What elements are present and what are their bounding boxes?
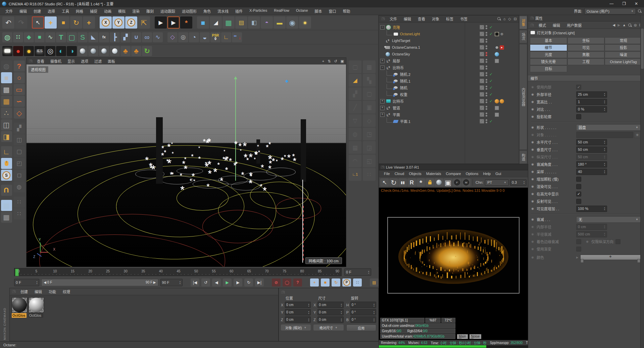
expand-icon[interactable]: + [380,106,385,110]
material-ball[interactable] [435,178,443,186]
camred-tag-icon[interactable]: ▸ [500,45,504,50]
psr-reset[interactable]: PSR0 [210,32,220,42]
mospline[interactable]: S [78,32,88,42]
visibility-dots[interactable] [486,106,487,110]
material-thumbnail[interactable] [12,297,27,313]
expand-arrow-icon[interactable]: ▶ [576,256,578,259]
octane-scatter[interactable]: ♣ [120,46,131,56]
object-link-field[interactable] [576,132,633,138]
object-name[interactable]: 比特币 [393,98,404,104]
object-name[interactable]: 管道 [393,105,400,111]
menu-item-面板[interactable]: 面板 [105,58,118,64]
tab-坐标[interactable]: 坐标 [567,37,605,44]
menu-item-用户数据[interactable]: 用户数据 [563,23,585,28]
falloff-cone[interactable]: ◣ [88,32,98,42]
history-back-icon[interactable]: ◀ [613,23,615,27]
region-render[interactable]: ▣ [444,178,452,186]
enabled-check-icon[interactable]: ✓ [489,92,493,97]
key-scale[interactable]: ■ [321,278,330,287]
menu-item-流水线[interactable]: 流水线 [214,8,232,14]
random-ring[interactable]: ◎ [178,32,188,42]
object-row[interactable]: 平面.1✓ [379,118,519,125]
layer-toggle[interactable] [480,32,484,36]
panel-grip-icon[interactable] [281,291,285,294]
lighttag-tag-icon[interactable] [495,32,499,36]
side-tab-场次[interactable]: 场次 [519,30,527,43]
menu-item-摄像机[interactable]: 摄像机 [47,58,64,64]
octane-specular-material[interactable] [99,46,109,56]
view-cube[interactable]: ▢ [349,60,361,73]
light-object[interactable]: ● [299,16,311,29]
prev-frame[interactable]: ◀ [212,278,221,287]
move-tool[interactable]: + [45,16,57,29]
collapse-icon[interactable]: - [380,66,385,70]
tab-噪波[interactable]: 噪波 [605,51,642,58]
chart-tool[interactable]: ▞ [349,87,361,100]
textag-tag-icon[interactable] [495,106,499,110]
octane-mix-material[interactable] [110,46,120,56]
menu-item-选择[interactable]: 选择 [44,8,58,14]
mograph-matrix[interactable]: ∷ [13,32,23,42]
keyframe-dot-icon[interactable]: ◉ [531,126,537,129]
spinner-icon[interactable]: ▲▼ [604,147,605,151]
axis-mode[interactable]: ∟ [1,146,12,157]
layer-toggle[interactable] [480,92,484,97]
menu-item-雕刻[interactable]: 雕刻 [143,8,157,14]
keyframe-dot-icon[interactable]: ◉ [531,133,537,136]
rotate-tool[interactable]: ↻ [70,16,82,29]
layer-toggle[interactable] [480,99,484,103]
spinner-icon[interactable]: ▲▼ [308,318,309,322]
object-name[interactable]: 局部 [393,58,400,63]
spinner-icon[interactable]: ▲▼ [604,92,605,96]
keyframe-dot-icon[interactable]: ◉ [531,192,537,195]
enabled-check-icon[interactable]: ✓ [489,99,493,103]
spinner-icon[interactable]: ▲▼ [604,225,605,229]
keyframe-dot-icon[interactable]: ◉ [531,140,537,144]
enabled-check-icon[interactable]: ✓ [489,79,493,83]
tab-工程[interactable]: 工程 [567,58,605,65]
octane-live-update[interactable]: ↻ [142,46,152,56]
param-checkbox[interactable] [576,247,581,252]
spinner-icon[interactable]: ▲▼ [604,155,605,159]
mograph-spline-chain[interactable]: ∿ [45,32,55,42]
spinner-icon[interactable]: ▲▼ [604,162,605,166]
coord-field[interactable]: 0 cm▲▼ [317,309,343,315]
layer-toggle[interactable] [480,112,484,117]
rotate-view-icon[interactable]: ↺ [334,59,337,63]
history-forward-icon[interactable]: ▶ [617,23,620,27]
menu-item-File[interactable]: File [382,172,392,176]
menu-item-运动跟踪[interactable]: 运动跟踪 [157,8,179,14]
record-keyframe[interactable]: ⊘ [272,278,281,287]
spinner-icon[interactable]: ▲▼ [341,318,342,322]
keyframe-dot-icon[interactable]: ◉ [531,177,537,181]
menu-item-模拟[interactable]: 模拟 [115,8,129,14]
lock-icon[interactable]: ◎ [634,23,637,27]
xpresso-cup[interactable]: ∪ [131,32,141,42]
torus-rings[interactable]: ∞ [142,32,152,42]
key-pla[interactable]: ∷ [353,278,362,287]
knife-tool[interactable]: ╱ [349,101,361,114]
layer-toggle[interactable] [480,38,484,43]
menu-item-编辑[interactable]: 编辑 [31,289,45,294]
lock-y-axis[interactable]: Y [112,16,125,29]
timeline-window[interactable]: ▤ [370,278,379,287]
last-tool-move[interactable]: + [83,16,95,29]
menu-item-渲染[interactable]: 渲染 [129,8,143,14]
polygon-selection[interactable]: ◇ [14,107,25,119]
object-row[interactable]: +L0局部 [379,57,519,64]
visibility-dots[interactable] [486,52,487,56]
mograph-instance[interactable]: ■ [35,32,45,42]
material-item[interactable]: OctGlos [29,297,44,318]
visibility-dots[interactable] [486,86,487,90]
channel-select[interactable]: PT ▼ [485,179,509,186]
viewport-canvas[interactable]: ****************************************… [27,64,346,267]
cube-wire[interactable]: ◇ [363,114,376,127]
param-value-field[interactable]: 50 cm▲▼ [576,146,607,153]
keyframe-dot-icon[interactable]: ◉ [531,225,537,228]
points-mode[interactable]: ∴ [1,107,12,119]
keyframe-dot-icon[interactable]: ◉ [531,185,537,188]
tab-常规[interactable]: 常规 [605,37,642,44]
modeling-tool-3[interactable]: ▢ [14,146,25,157]
drop-to-floor[interactable] [232,32,242,42]
keyframe-dot-icon[interactable]: ◉ [531,232,537,236]
